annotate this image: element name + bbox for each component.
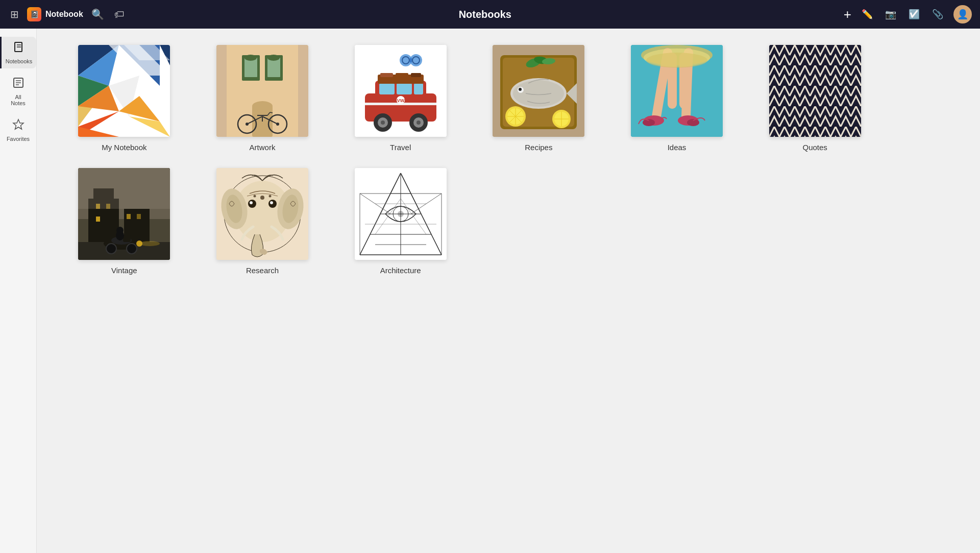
all-notes-icon	[12, 77, 24, 92]
notebook-cover-artwork	[216, 45, 308, 137]
svg-rect-49	[414, 83, 423, 94]
svg-point-33	[252, 101, 273, 111]
svg-point-30	[244, 55, 257, 61]
notebook-ideas-label: Ideas	[668, 143, 687, 152]
header-left: ⊞ 📓 Notebook 🔍 🏷	[8, 6, 127, 22]
sidebar-item-favorites[interactable]: Favorites	[1, 114, 36, 146]
svg-line-43	[270, 112, 273, 113]
notebook-cover-my-notebook	[78, 45, 170, 137]
svg-text:VW: VW	[397, 98, 404, 103]
notebook-cover-recipes	[493, 45, 584, 137]
notebook-travel[interactable]: VW Travel	[337, 45, 463, 152]
svg-marker-8	[13, 119, 23, 129]
app-grid-button[interactable]: ⊞	[8, 6, 21, 22]
svg-point-52	[381, 121, 385, 125]
svg-rect-109	[96, 217, 100, 222]
check-button[interactable]: ☑️	[906, 7, 922, 22]
sidebar: Notebooks All Notes Favorites	[0, 29, 37, 553]
svg-rect-110	[127, 214, 131, 219]
svg-rect-100	[769, 45, 861, 137]
notebook-architecture[interactable]: Architecture	[337, 168, 463, 275]
svg-point-72	[513, 80, 564, 107]
svg-rect-122	[78, 168, 170, 209]
svg-rect-61	[396, 73, 408, 77]
notebook-cover-quotes	[769, 45, 861, 137]
svg-point-136	[268, 195, 271, 198]
svg-point-55	[416, 121, 421, 125]
svg-point-119	[139, 241, 160, 246]
notebook-travel-label: Travel	[390, 143, 411, 152]
notebook-cover-architecture	[355, 168, 447, 260]
favorites-icon	[12, 118, 24, 134]
svg-point-151	[398, 211, 404, 217]
body: Notebooks All Notes Favorites	[0, 29, 980, 553]
notebook-cover-travel: VW	[355, 45, 447, 137]
svg-rect-111	[137, 214, 141, 219]
svg-rect-117	[123, 234, 131, 242]
sidebar-favorites-label: Favorites	[7, 136, 30, 142]
svg-point-121	[116, 227, 124, 234]
app-logo: 📓 Notebook	[27, 7, 83, 21]
app-name: Notebook	[45, 10, 83, 19]
svg-rect-60	[380, 73, 393, 77]
notebook-research-label: Research	[246, 266, 279, 275]
tag-button[interactable]: 🏷	[112, 7, 127, 22]
notebook-recipes[interactable]: Recipes	[476, 45, 602, 152]
svg-point-75	[519, 88, 522, 91]
svg-rect-62	[411, 73, 421, 77]
svg-point-135	[253, 195, 256, 198]
notebook-research[interactable]: Research	[200, 168, 326, 275]
paperclip-button[interactable]: 📎	[930, 7, 945, 22]
page-title: Notebooks	[127, 9, 844, 20]
avatar[interactable]: 👤	[953, 5, 972, 23]
sidebar-notebooks-label: Notebooks	[6, 58, 33, 64]
notebook-my-notebook[interactable]: My Notebook	[61, 45, 187, 152]
notebook-recipes-label: Recipes	[525, 143, 552, 152]
svg-point-98	[646, 53, 707, 68]
notebooks-icon	[13, 41, 25, 56]
add-notebook-button[interactable]: +	[844, 8, 851, 21]
notebook-quotes-label: Quotes	[802, 143, 827, 152]
notebook-vintage-label: Vintage	[111, 266, 137, 275]
svg-rect-48	[397, 83, 412, 94]
svg-rect-47	[379, 83, 395, 94]
notebook-architecture-label: Architecture	[380, 266, 421, 275]
notebook-cover-vintage	[78, 168, 170, 260]
notebook-cover-research	[216, 168, 308, 260]
svg-point-134	[260, 196, 264, 200]
svg-point-132	[250, 201, 253, 204]
app-logo-icon: 📓	[27, 7, 41, 21]
notebook-quotes[interactable]: Quotes	[752, 45, 878, 152]
notebooks-grid: My Notebook	[61, 45, 878, 275]
search-button[interactable]: 🔍	[89, 6, 106, 22]
camera-button[interactable]: 📷	[883, 7, 898, 22]
header: ⊞ 📓 Notebook 🔍 🏷 Notebooks + ✏️ 📷 ☑️ 📎 👤	[0, 0, 980, 29]
svg-point-133	[270, 201, 273, 204]
notebook-cover-ideas	[631, 45, 723, 137]
sidebar-all-notes-label: All Notes	[7, 94, 30, 106]
notebook-vintage[interactable]: Vintage	[61, 168, 187, 275]
main-content: My Notebook	[37, 29, 980, 553]
sidebar-item-notebooks[interactable]: Notebooks	[0, 37, 36, 68]
svg-point-115	[127, 244, 137, 254]
notebook-artwork-label: Artwork	[250, 143, 276, 152]
sidebar-item-all-notes[interactable]: All Notes	[1, 73, 36, 110]
notebook-artwork[interactable]: Artwork	[200, 45, 326, 152]
svg-rect-1	[14, 43, 15, 51]
notebook-my-notebook-label: My Notebook	[102, 143, 146, 152]
svg-rect-65	[410, 58, 412, 62]
header-right: + ✏️ 📷 ☑️ 📎 👤	[844, 5, 972, 23]
notebook-ideas[interactable]: Ideas	[614, 45, 740, 152]
svg-point-114	[106, 244, 116, 254]
svg-point-31	[267, 55, 280, 61]
edit-button[interactable]: ✏️	[860, 7, 875, 22]
